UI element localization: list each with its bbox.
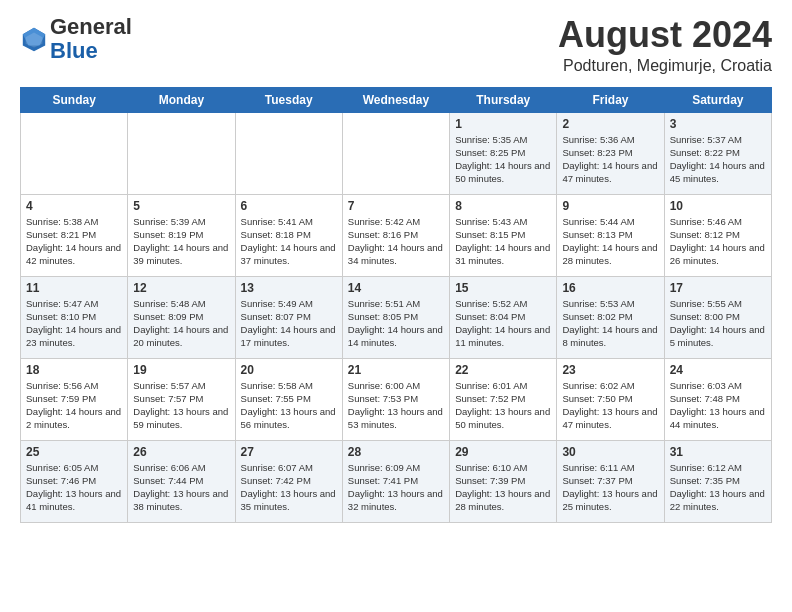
day-cell: 24Sunrise: 6:03 AM Sunset: 7:48 PM Dayli… [664, 358, 771, 440]
logo-icon [20, 25, 48, 53]
day-cell: 14Sunrise: 5:51 AM Sunset: 8:05 PM Dayli… [342, 276, 449, 358]
day-info: Sunrise: 6:12 AM Sunset: 7:35 PM Dayligh… [670, 461, 766, 514]
day-info: Sunrise: 5:57 AM Sunset: 7:57 PM Dayligh… [133, 379, 229, 432]
day-cell: 26Sunrise: 6:06 AM Sunset: 7:44 PM Dayli… [128, 440, 235, 522]
day-cell: 23Sunrise: 6:02 AM Sunset: 7:50 PM Dayli… [557, 358, 664, 440]
day-cell: 2Sunrise: 5:36 AM Sunset: 8:23 PM Daylig… [557, 112, 664, 194]
day-info: Sunrise: 6:10 AM Sunset: 7:39 PM Dayligh… [455, 461, 551, 514]
day-header-thursday: Thursday [450, 87, 557, 112]
logo-text: General Blue [50, 15, 132, 63]
day-number: 18 [26, 363, 122, 377]
day-header-sunday: Sunday [21, 87, 128, 112]
location: Podturen, Megimurje, Croatia [558, 57, 772, 75]
day-info: Sunrise: 6:07 AM Sunset: 7:42 PM Dayligh… [241, 461, 337, 514]
page: General Blue August 2024 Podturen, Megim… [0, 0, 792, 612]
day-number: 3 [670, 117, 766, 131]
day-cell [21, 112, 128, 194]
header: General Blue August 2024 Podturen, Megim… [20, 15, 772, 75]
day-header-monday: Monday [128, 87, 235, 112]
day-info: Sunrise: 5:49 AM Sunset: 8:07 PM Dayligh… [241, 297, 337, 350]
day-info: Sunrise: 5:51 AM Sunset: 8:05 PM Dayligh… [348, 297, 444, 350]
logo-blue: Blue [50, 39, 132, 63]
day-cell: 27Sunrise: 6:07 AM Sunset: 7:42 PM Dayli… [235, 440, 342, 522]
day-number: 24 [670, 363, 766, 377]
header-row: SundayMondayTuesdayWednesdayThursdayFrid… [21, 87, 772, 112]
day-cell: 1Sunrise: 5:35 AM Sunset: 8:25 PM Daylig… [450, 112, 557, 194]
day-cell: 12Sunrise: 5:48 AM Sunset: 8:09 PM Dayli… [128, 276, 235, 358]
day-header-friday: Friday [557, 87, 664, 112]
day-number: 20 [241, 363, 337, 377]
day-number: 30 [562, 445, 658, 459]
day-cell: 7Sunrise: 5:42 AM Sunset: 8:16 PM Daylig… [342, 194, 449, 276]
day-number: 10 [670, 199, 766, 213]
day-cell: 4Sunrise: 5:38 AM Sunset: 8:21 PM Daylig… [21, 194, 128, 276]
day-info: Sunrise: 5:36 AM Sunset: 8:23 PM Dayligh… [562, 133, 658, 186]
week-row-5: 25Sunrise: 6:05 AM Sunset: 7:46 PM Dayli… [21, 440, 772, 522]
day-cell: 9Sunrise: 5:44 AM Sunset: 8:13 PM Daylig… [557, 194, 664, 276]
day-info: Sunrise: 5:35 AM Sunset: 8:25 PM Dayligh… [455, 133, 551, 186]
day-number: 29 [455, 445, 551, 459]
day-cell [342, 112, 449, 194]
day-info: Sunrise: 5:42 AM Sunset: 8:16 PM Dayligh… [348, 215, 444, 268]
day-info: Sunrise: 5:53 AM Sunset: 8:02 PM Dayligh… [562, 297, 658, 350]
day-cell: 3Sunrise: 5:37 AM Sunset: 8:22 PM Daylig… [664, 112, 771, 194]
day-number: 14 [348, 281, 444, 295]
calendar-table: SundayMondayTuesdayWednesdayThursdayFrid… [20, 87, 772, 523]
day-info: Sunrise: 5:37 AM Sunset: 8:22 PM Dayligh… [670, 133, 766, 186]
day-number: 22 [455, 363, 551, 377]
day-info: Sunrise: 6:03 AM Sunset: 7:48 PM Dayligh… [670, 379, 766, 432]
day-info: Sunrise: 5:43 AM Sunset: 8:15 PM Dayligh… [455, 215, 551, 268]
day-number: 26 [133, 445, 229, 459]
day-info: Sunrise: 5:44 AM Sunset: 8:13 PM Dayligh… [562, 215, 658, 268]
day-info: Sunrise: 5:48 AM Sunset: 8:09 PM Dayligh… [133, 297, 229, 350]
day-number: 21 [348, 363, 444, 377]
day-number: 25 [26, 445, 122, 459]
day-cell: 5Sunrise: 5:39 AM Sunset: 8:19 PM Daylig… [128, 194, 235, 276]
day-cell: 8Sunrise: 5:43 AM Sunset: 8:15 PM Daylig… [450, 194, 557, 276]
day-info: Sunrise: 5:47 AM Sunset: 8:10 PM Dayligh… [26, 297, 122, 350]
day-cell: 31Sunrise: 6:12 AM Sunset: 7:35 PM Dayli… [664, 440, 771, 522]
day-info: Sunrise: 5:56 AM Sunset: 7:59 PM Dayligh… [26, 379, 122, 432]
day-cell: 20Sunrise: 5:58 AM Sunset: 7:55 PM Dayli… [235, 358, 342, 440]
day-number: 11 [26, 281, 122, 295]
day-cell: 30Sunrise: 6:11 AM Sunset: 7:37 PM Dayli… [557, 440, 664, 522]
day-cell: 10Sunrise: 5:46 AM Sunset: 8:12 PM Dayli… [664, 194, 771, 276]
day-cell: 17Sunrise: 5:55 AM Sunset: 8:00 PM Dayli… [664, 276, 771, 358]
day-number: 8 [455, 199, 551, 213]
day-info: Sunrise: 5:52 AM Sunset: 8:04 PM Dayligh… [455, 297, 551, 350]
day-cell: 19Sunrise: 5:57 AM Sunset: 7:57 PM Dayli… [128, 358, 235, 440]
title-section: August 2024 Podturen, Megimurje, Croatia [558, 15, 772, 75]
day-info: Sunrise: 6:05 AM Sunset: 7:46 PM Dayligh… [26, 461, 122, 514]
day-cell: 28Sunrise: 6:09 AM Sunset: 7:41 PM Dayli… [342, 440, 449, 522]
day-cell [235, 112, 342, 194]
day-info: Sunrise: 5:41 AM Sunset: 8:18 PM Dayligh… [241, 215, 337, 268]
day-cell: 15Sunrise: 5:52 AM Sunset: 8:04 PM Dayli… [450, 276, 557, 358]
day-info: Sunrise: 6:02 AM Sunset: 7:50 PM Dayligh… [562, 379, 658, 432]
week-row-2: 4Sunrise: 5:38 AM Sunset: 8:21 PM Daylig… [21, 194, 772, 276]
day-number: 7 [348, 199, 444, 213]
day-number: 6 [241, 199, 337, 213]
day-info: Sunrise: 6:11 AM Sunset: 7:37 PM Dayligh… [562, 461, 658, 514]
day-number: 4 [26, 199, 122, 213]
week-row-1: 1Sunrise: 5:35 AM Sunset: 8:25 PM Daylig… [21, 112, 772, 194]
week-row-3: 11Sunrise: 5:47 AM Sunset: 8:10 PM Dayli… [21, 276, 772, 358]
day-cell: 25Sunrise: 6:05 AM Sunset: 7:46 PM Dayli… [21, 440, 128, 522]
day-number: 23 [562, 363, 658, 377]
month-year: August 2024 [558, 15, 772, 55]
day-cell: 13Sunrise: 5:49 AM Sunset: 8:07 PM Dayli… [235, 276, 342, 358]
day-number: 9 [562, 199, 658, 213]
day-header-wednesday: Wednesday [342, 87, 449, 112]
day-number: 16 [562, 281, 658, 295]
day-info: Sunrise: 5:55 AM Sunset: 8:00 PM Dayligh… [670, 297, 766, 350]
day-number: 28 [348, 445, 444, 459]
day-number: 12 [133, 281, 229, 295]
day-number: 15 [455, 281, 551, 295]
day-number: 2 [562, 117, 658, 131]
day-cell: 22Sunrise: 6:01 AM Sunset: 7:52 PM Dayli… [450, 358, 557, 440]
day-info: Sunrise: 6:06 AM Sunset: 7:44 PM Dayligh… [133, 461, 229, 514]
day-number: 19 [133, 363, 229, 377]
day-number: 13 [241, 281, 337, 295]
day-cell: 21Sunrise: 6:00 AM Sunset: 7:53 PM Dayli… [342, 358, 449, 440]
day-number: 1 [455, 117, 551, 131]
day-number: 17 [670, 281, 766, 295]
